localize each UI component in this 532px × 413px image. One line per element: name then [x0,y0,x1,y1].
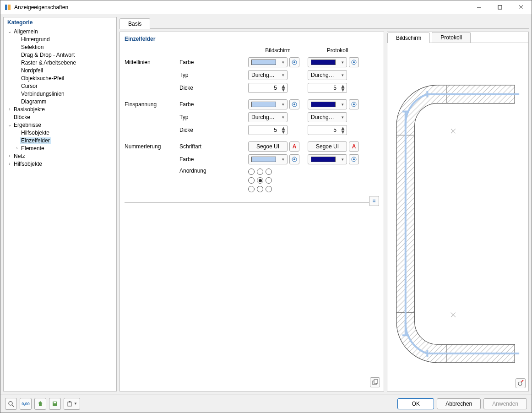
tree-item[interactable]: Blöcke [4,113,116,121]
toolbar-save-button[interactable] [49,398,61,410]
group-nummerierung-label: Nummerierung [125,143,179,150]
mittellinien-screen-color-eyedropper[interactable] [289,57,299,67]
nummerierung-proto-font-button[interactable]: Segoe UI [308,141,347,152]
einspannung-proto-color-eyedropper[interactable] [349,99,359,109]
minimize-button[interactable] [468,0,489,14]
mittellinien-proto-color-picker[interactable]: ▾ [308,57,347,67]
tree-item[interactable]: Nordpfeil [4,66,116,74]
col-screen-header: Bildschirm [248,47,308,54]
tree-item[interactable]: Hilfsobjekte [4,129,116,136]
anordnung-radio[interactable] [257,168,263,175]
tree-item[interactable]: Hintergrund [4,35,116,43]
einspannung-screen-color-picker[interactable]: ▾ [248,99,288,109]
reset-preview-button[interactable] [516,378,526,388]
tree-item[interactable]: Einzelfelder [4,136,116,144]
form-pane: Einzelfelder Bildschirm Protokoll Mittel… [119,32,384,391]
tree-item[interactable]: ›Elemente [4,144,116,152]
group-einspannung-label: Einspannung [125,101,179,108]
tree-twisty-icon[interactable]: › [6,161,13,166]
nummerierung-screen-font-button[interactable]: Segoe UI [248,141,288,152]
svg-rect-3 [498,5,502,9]
equalize-columns-button[interactable]: = [369,196,379,206]
anordnung-radio[interactable] [248,168,255,175]
toolbar-decimals-button[interactable]: 0,00 [20,398,32,410]
svg-point-38 [9,402,12,405]
einspannung-proto-color-picker[interactable]: ▾ [308,99,347,109]
einspannung-proto-thickness-spinner[interactable]: 5▲▼ [308,125,347,135]
tree-twisty-icon[interactable]: ⌄ [6,29,13,34]
anordnung-radio[interactable] [248,177,255,184]
einspannung-screen-color-eyedropper[interactable] [289,99,299,109]
mittellinien-proto-color-eyedropper[interactable] [349,57,359,67]
main-tabs: Basis [119,18,529,29]
tree-item-label: Hilfsobjekte [13,161,43,167]
einspannung-screen-type-select[interactable]: Durchgezo...▾ [248,112,288,122]
svg-point-17 [353,158,355,160]
nummerierung-proto-color-eyedropper[interactable] [349,154,359,164]
tree-twisty-icon[interactable]: › [6,153,13,158]
svg-rect-42 [68,402,71,406]
toolbar-search-button[interactable] [5,398,17,410]
tree-twisty-icon[interactable]: › [14,146,20,151]
mittellinien-proto-type-select[interactable]: Durchgezo...▾ [308,70,347,80]
svg-line-39 [12,405,14,407]
tree-item[interactable]: ›Basisobjekte [4,105,116,113]
toolbar-paste-menu[interactable]: ▼ [64,398,80,410]
einspannung-proto-type-select[interactable]: Durchgezo...▾ [308,112,347,122]
anordnung-radio[interactable] [248,186,255,192]
toolbar-import-button[interactable] [34,398,46,410]
main-area: Basis Einzelfelder Bildschirm Protokoll [119,17,529,391]
anordnung-radio[interactable] [257,186,263,192]
close-button[interactable] [510,0,532,14]
tree-item-label: Elemente [20,145,45,152]
column-headers: Bildschirm Protokoll [125,45,379,56]
tree-item[interactable]: Drag & Drop - Antwort [4,51,116,59]
tree-item[interactable]: Objektsuche-Pfeil [4,74,116,82]
apply-button[interactable]: Anwenden [483,398,527,409]
anordnung-radio[interactable] [257,177,263,184]
cancel-button[interactable]: Abbrechen [437,398,481,409]
svg-point-36 [518,382,522,386]
anordnung-radio[interactable] [266,168,272,175]
nummerierung-screen-color-eyedropper[interactable] [289,154,299,164]
tree-twisty-icon[interactable]: › [6,107,13,112]
nummerierung-screen-font-dialog[interactable]: A [289,141,299,152]
tree-twisty-icon[interactable]: ⌄ [6,122,13,127]
anordnung-radio[interactable] [266,186,272,192]
tree-item[interactable]: Selektion [4,43,116,51]
preview-tab-screen[interactable]: Bildschirm [387,33,430,43]
mittellinien-proto-thickness-spinner[interactable]: 5▲▼ [308,83,347,93]
mittellinien-screen-color-picker[interactable]: ▾ [248,57,288,67]
tree-item-label: Nordpfeil [20,67,44,74]
tab-basis[interactable]: Basis [119,18,150,29]
preview-tab-proto[interactable]: Protokoll [432,32,471,43]
nummerierung-proto-font-dialog[interactable]: A [349,141,359,152]
ok-button[interactable]: OK [397,398,434,409]
mittellinien-screen-thickness-spinner[interactable]: 5▲▼ [248,83,288,93]
copy-settings-button[interactable] [370,377,380,387]
category-tree[interactable]: ⌄AllgemeinHintergrundSelektionDrag & Dro… [4,27,116,391]
tree-item[interactable]: Diagramm [4,98,116,105]
mittellinien-screen-type-select[interactable]: Durchgezo...▾ [248,70,288,80]
col-proto-header: Protokoll [308,47,367,54]
tree-item[interactable]: ⌄Allgemein [4,27,116,35]
einspannung-screen-thickness-spinner[interactable]: 5▲▼ [248,125,288,135]
dialog-footer: 0,00 ▼ OK Abbrechen Anwenden [0,394,532,413]
svg-rect-0 [5,5,7,10]
svg-rect-43 [69,401,71,402]
svg-point-15 [293,158,295,160]
anordnung-radio-grid[interactable] [248,168,274,194]
tree-item[interactable]: ⌄Ergebnisse [4,121,116,129]
maximize-button[interactable] [489,0,510,14]
tree-item[interactable]: Cursor [4,82,116,90]
tree-item[interactable]: Verbindungslinien [4,90,116,98]
tree-item[interactable]: ›Hilfsobjekte [4,160,116,168]
anordnung-radio[interactable] [266,177,272,184]
svg-point-9 [353,61,355,63]
nummerierung-screen-color-picker[interactable]: ▾ [248,154,288,164]
tree-item[interactable]: Raster & Arbeitsebene [4,59,116,66]
tree-item[interactable]: ›Netz [4,152,116,160]
panes: Einzelfelder Bildschirm Protokoll Mittel… [119,32,529,391]
sidebar-title: Kategorie [4,17,116,27]
nummerierung-proto-color-picker[interactable]: ▾ [308,154,347,164]
